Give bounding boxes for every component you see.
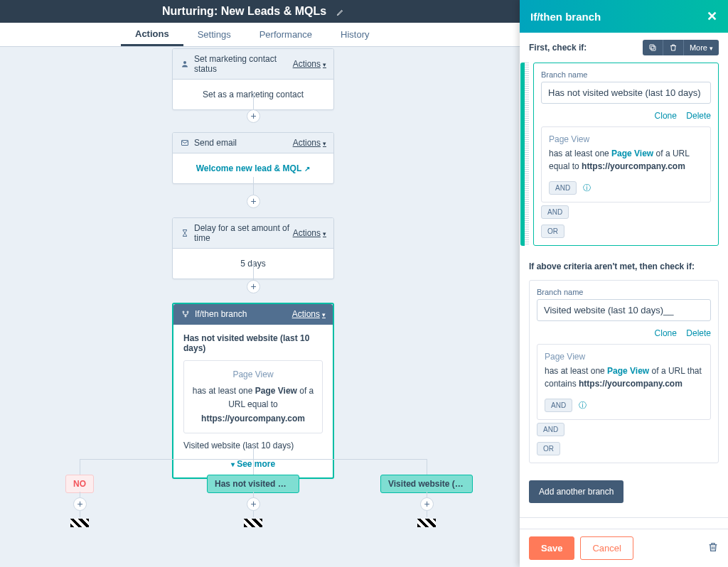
node-title: Set marketing contact status [194, 54, 293, 74]
trash-icon[interactable] [707, 541, 719, 556]
or-chip[interactable]: OR [541, 225, 564, 238]
criteria-box[interactable]: Page View has at least one Page View of … [541, 126, 711, 202]
svg-rect-5 [651, 46, 655, 50]
clone-link[interactable]: Clone [655, 328, 677, 338]
add-step-button[interactable]: + [247, 280, 260, 293]
tab-actions[interactable]: Actions [121, 23, 183, 46]
panel-header: If/then branch ✕ [520, 0, 728, 33]
svg-point-4 [185, 315, 186, 317]
svg-rect-6 [650, 45, 654, 49]
save-button[interactable]: Save [529, 536, 574, 560]
criteria-text: has at least one Page View of a URL equa… [549, 147, 703, 173]
criteria-summary: Page View has at least one Page View of … [183, 360, 323, 433]
node-title: If/then branch [195, 309, 292, 319]
add-step-button[interactable]: + [247, 497, 260, 511]
info-icon[interactable]: ⓘ [579, 401, 587, 409]
caret-down-icon: ▾ [323, 140, 326, 147]
and-chip[interactable]: AND [549, 181, 577, 195]
node-title: Send email [194, 138, 293, 148]
panel-title: If/then branch [530, 11, 601, 23]
envelope-icon [180, 138, 190, 148]
caret-down-icon: ▾ [323, 61, 326, 68]
email-link[interactable]: Welcome new lead & MQL↗ [196, 163, 310, 173]
branch-editor-2: Branch name Clone Delete Page View has a… [529, 280, 719, 463]
branch-label-not-visited[interactable]: Has not visited website… [207, 475, 299, 493]
node-actions-menu[interactable]: Actions▾ [293, 228, 326, 238]
branch-editor-1: Branch name Clone Delete Page View has a… [529, 63, 719, 246]
add-step-button[interactable]: + [73, 497, 87, 511]
more-menu[interactable]: More ▾ [684, 40, 719, 55]
add-step-button[interactable]: + [247, 109, 260, 123]
workflow-canvas[interactable]: Set marketing contact status Actions▾ Se… [0, 47, 520, 567]
branch-icon [181, 309, 191, 319]
branch-1-name: Has not visited website (last 10 days) [183, 333, 323, 353]
node-actions-menu[interactable]: Actions▾ [293, 59, 326, 69]
branch-toolbar: More ▾ [643, 40, 719, 55]
side-panel: If/then branch ✕ First, check if: More ▾… [520, 0, 728, 567]
add-step-button[interactable]: + [247, 195, 260, 208]
branch-label-no[interactable]: NO [65, 475, 94, 493]
criteria-text: has at least one Page View of a URL that… [545, 364, 703, 390]
second-check-label: If above criteria aren't met, then check… [520, 257, 728, 276]
workflow-title: Nurturing: New Leads & MQLs [162, 5, 326, 18]
or-chip[interactable]: OR [537, 442, 560, 455]
tab-settings[interactable]: Settings [183, 23, 245, 46]
and-chip[interactable]: AND [537, 423, 564, 436]
criteria-type: Page View [549, 134, 703, 144]
branch-name-input[interactable] [537, 299, 711, 321]
connector-line [253, 445, 254, 459]
svg-point-0 [183, 61, 186, 64]
delete-link[interactable]: Delete [686, 328, 711, 338]
cancel-button[interactable]: Cancel [580, 536, 633, 560]
tab-performance[interactable]: Performance [245, 23, 326, 46]
node-actions-menu[interactable]: Actions▾ [292, 309, 326, 319]
external-link-icon: ↗ [304, 165, 310, 173]
copy-button[interactable] [643, 40, 663, 55]
pencil-icon[interactable] [336, 5, 345, 18]
divider [520, 517, 728, 518]
close-icon[interactable]: ✕ [707, 9, 717, 24]
person-icon [180, 59, 190, 69]
end-flag-icon [417, 519, 436, 527]
node-title: Delay for a set amount of time [194, 223, 293, 243]
branch-name-input[interactable] [541, 82, 711, 104]
and-chip[interactable]: AND [541, 205, 569, 219]
add-step-button[interactable]: + [420, 497, 434, 511]
delete-button[interactable] [663, 40, 684, 55]
tab-history[interactable]: History [326, 23, 383, 46]
branch-name-label: Branch name [537, 288, 711, 296]
drag-handle-icon[interactable] [525, 63, 529, 246]
criteria-box[interactable]: Page View has at least one Page View of … [537, 344, 711, 420]
chevron-down-icon: ▾ [231, 460, 235, 468]
caret-down-icon: ▾ [323, 230, 326, 237]
panel-footer: Save Cancel [520, 529, 728, 567]
and-chip[interactable]: AND [545, 399, 572, 412]
caret-down-icon: ▾ [322, 311, 326, 318]
node-actions-menu[interactable]: Actions▾ [293, 138, 326, 148]
branch-name-label: Branch name [541, 70, 711, 79]
delete-link[interactable]: Delete [686, 111, 711, 121]
criteria-type: Page View [545, 352, 703, 362]
caret-down-icon: ▾ [710, 45, 713, 52]
end-flag-icon [70, 519, 89, 527]
clone-link[interactable]: Clone [655, 111, 677, 121]
svg-point-2 [183, 311, 184, 313]
svg-point-3 [187, 311, 188, 313]
add-another-branch-button[interactable]: Add another branch [529, 480, 623, 503]
hourglass-icon [180, 228, 190, 238]
info-icon[interactable]: ⓘ [583, 183, 591, 192]
branch-label-visited[interactable]: Visited website (last 10… [380, 475, 473, 493]
first-check-label: First, check if: [529, 43, 643, 53]
panel-body[interactable]: First, check if: More ▾ Branch name Clon… [520, 33, 728, 529]
end-flag-icon [244, 519, 262, 527]
